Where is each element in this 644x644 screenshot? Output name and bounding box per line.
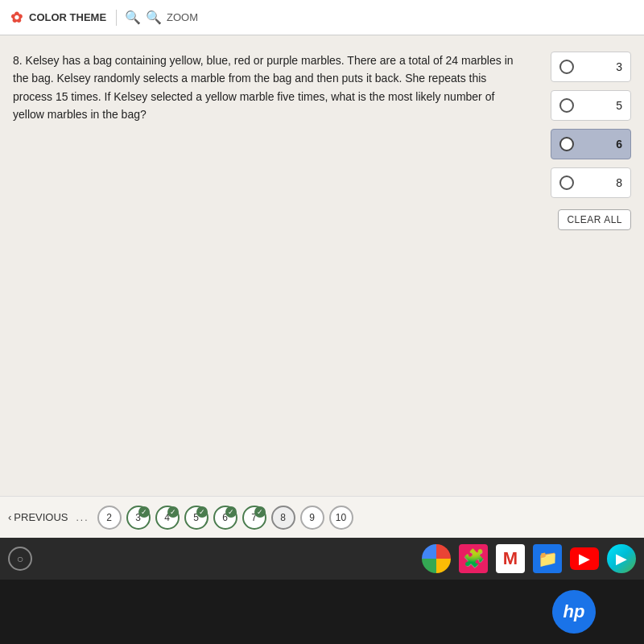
answer-val-3: 3 bbox=[616, 60, 622, 73]
prev-button[interactable]: ‹ PREVIOUS bbox=[8, 511, 68, 523]
check-icon-5: ✓ bbox=[196, 506, 208, 518]
answer-val-6: 6 bbox=[616, 138, 622, 151]
zoom-in-icon[interactable]: 🔍 bbox=[146, 10, 162, 25]
question-text: 8. Kelsey has a bag containing yellow, b… bbox=[13, 52, 526, 124]
page-num-8: 8 bbox=[280, 512, 286, 523]
taskbar-circle-icon: ○ bbox=[17, 552, 23, 565]
nav-page-2[interactable]: 2 bbox=[97, 506, 122, 530]
play-store-icon[interactable]: ▶ bbox=[607, 544, 636, 573]
extension-icon[interactable]: 🧩 bbox=[459, 544, 488, 573]
chevron-left-icon: ‹ bbox=[8, 511, 11, 523]
answer-val-5: 5 bbox=[616, 99, 622, 112]
answer-option-6[interactable]: 6 bbox=[551, 129, 631, 159]
gmail-icon[interactable]: M bbox=[496, 544, 525, 573]
check-icon-3: ✓ bbox=[138, 506, 150, 518]
hp-area: hp bbox=[0, 580, 644, 644]
question-number: 8. bbox=[13, 54, 23, 67]
check-icon-6: ✓ bbox=[225, 506, 237, 518]
chrome-icon[interactable] bbox=[422, 544, 451, 573]
answer-area: 3 5 6 8 CLEAR ALL bbox=[543, 52, 631, 488]
brand: ✿ COLOR THEME bbox=[8, 10, 117, 26]
nav-page-9[interactable]: 9 bbox=[300, 506, 324, 530]
zoom-out-icon[interactable]: 🔍 bbox=[125, 10, 141, 25]
nav-strip: ‹ PREVIOUS ... 2 ✓ 3 ✓ 4 ✓ 5 ✓ 6 ✓ 7 8 bbox=[0, 496, 644, 538]
radio-6[interactable] bbox=[559, 137, 574, 151]
nav-page-3[interactable]: ✓ 3 bbox=[126, 506, 151, 530]
page-wrapper: ✿ COLOR THEME 🔍 🔍 ZOOM 8. Kelsey has a b… bbox=[0, 0, 644, 644]
question-body: Kelsey has a bag containing yellow, blue… bbox=[13, 54, 514, 121]
youtube-icon[interactable]: ▶ bbox=[570, 547, 599, 570]
question-area: 8. Kelsey has a bag containing yellow, b… bbox=[13, 52, 543, 488]
taskbar-circle-button[interactable]: ○ bbox=[8, 547, 32, 571]
zoom-label: ZOOM bbox=[167, 11, 198, 23]
nav-page-6[interactable]: ✓ 6 bbox=[213, 506, 237, 530]
radio-3[interactable] bbox=[559, 60, 574, 74]
answer-option-3[interactable]: 3 bbox=[551, 52, 631, 82]
page-num-2: 2 bbox=[106, 512, 112, 523]
content-area: 8. Kelsey has a bag containing yellow, b… bbox=[0, 35, 644, 496]
radio-8[interactable] bbox=[559, 175, 574, 190]
taskbar: ○ 🧩 M 📁 ▶ ▶ bbox=[0, 538, 644, 580]
page-num-9: 9 bbox=[309, 512, 315, 523]
answer-val-8: 8 bbox=[616, 176, 622, 189]
drive-icon[interactable]: 📁 bbox=[533, 544, 562, 573]
nav-page-10[interactable]: 10 bbox=[329, 506, 353, 530]
nav-page-4[interactable]: ✓ 4 bbox=[155, 506, 180, 530]
toolbar: ✿ COLOR THEME 🔍 🔍 ZOOM bbox=[0, 0, 644, 35]
clear-all-button[interactable]: CLEAR ALL bbox=[558, 209, 631, 230]
nav-page-7[interactable]: ✓ 7 bbox=[242, 506, 266, 530]
nav-dots: ... bbox=[76, 512, 89, 523]
page-num-10: 10 bbox=[336, 512, 346, 523]
answer-option-5[interactable]: 5 bbox=[551, 90, 631, 121]
check-icon-4: ✓ bbox=[167, 506, 179, 518]
radio-5[interactable] bbox=[559, 98, 574, 113]
hp-logo-text: hp bbox=[564, 601, 585, 622]
globe-icon: ✿ bbox=[8, 10, 24, 26]
brand-label: COLOR THEME bbox=[29, 11, 106, 23]
nav-page-8[interactable]: 8 bbox=[271, 506, 295, 530]
hp-logo: hp bbox=[552, 590, 596, 634]
check-icon-7: ✓ bbox=[254, 506, 266, 518]
prev-label: PREVIOUS bbox=[14, 511, 68, 523]
answer-option-8[interactable]: 8 bbox=[551, 167, 631, 198]
nav-page-5[interactable]: ✓ 5 bbox=[184, 506, 208, 530]
zoom-section: 🔍 🔍 ZOOM bbox=[125, 10, 198, 25]
